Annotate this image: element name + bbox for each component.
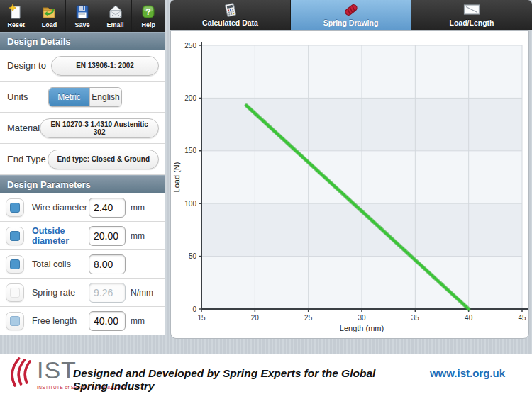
units-metric-button[interactable]: Metric bbox=[49, 88, 89, 106]
svg-text:0: 0 bbox=[192, 305, 196, 313]
free-length-input[interactable] bbox=[89, 311, 126, 331]
outside-diameter-unit: mm bbox=[131, 231, 159, 241]
email-button[interactable]: Email bbox=[99, 0, 132, 32]
tab-bar: Calculated Data Spring Drawing Load/Leng… bbox=[170, 0, 532, 30]
save-label: Save bbox=[74, 21, 89, 28]
svg-text:50: 50 bbox=[189, 252, 197, 260]
load-label: Load bbox=[42, 21, 57, 28]
svg-text:35: 35 bbox=[411, 314, 420, 322]
tab-calculated-data-label: Calculated Data bbox=[202, 18, 258, 27]
email-label: Email bbox=[107, 21, 124, 28]
wire-diameter-checkbox[interactable] bbox=[6, 198, 24, 217]
design-to-row: Design to EN 13906-1: 2002 bbox=[0, 50, 165, 82]
help-label: Help bbox=[141, 21, 155, 28]
reset-page-icon bbox=[8, 4, 25, 21]
ist-logo-arcs-icon bbox=[6, 356, 35, 392]
sidebar: Design Details Design to EN 13906-1: 200… bbox=[0, 32, 165, 335]
svg-text:40: 40 bbox=[465, 314, 473, 322]
total-coils-row: Total coils bbox=[0, 250, 165, 279]
material-button[interactable]: EN 10270-3 1.4310 Austenitic 302 bbox=[40, 118, 159, 138]
wire-diameter-input[interactable] bbox=[89, 198, 126, 218]
save-floppy-icon bbox=[74, 4, 91, 21]
free-length-unit: mm bbox=[131, 316, 159, 326]
end-type-button[interactable]: End type: Closed & Ground bbox=[48, 150, 159, 169]
load-button[interactable]: Load bbox=[33, 0, 66, 32]
total-coils-input[interactable] bbox=[89, 254, 126, 274]
svg-text:250: 250 bbox=[184, 42, 196, 50]
svg-text:25: 25 bbox=[304, 314, 313, 322]
chart-panel: 05010015020025015202530354045Length (mm)… bbox=[170, 30, 529, 339]
spring-icon bbox=[343, 2, 360, 18]
help-button[interactable]: ? Help bbox=[132, 0, 165, 32]
reset-button[interactable]: Reset bbox=[0, 0, 33, 32]
spring-rate-label: Spring rate bbox=[32, 288, 89, 298]
outside-diameter-checkbox[interactable] bbox=[6, 227, 24, 245]
tab-load-length[interactable]: Load/Length bbox=[411, 0, 532, 30]
total-coils-label: Total coils bbox=[32, 259, 89, 269]
email-envelope-icon bbox=[107, 4, 124, 21]
outside-diameter-input[interactable] bbox=[89, 226, 126, 246]
free-length-checkbox[interactable] bbox=[6, 312, 24, 330]
toolbar: Reset Load Save bbox=[0, 0, 165, 32]
material-row: Material EN 10270-3 1.4310 Austenitic 30… bbox=[0, 113, 165, 144]
spring-rate-unit: N/mm bbox=[131, 288, 159, 298]
svg-text:200: 200 bbox=[184, 94, 196, 102]
svg-text:45: 45 bbox=[518, 314, 526, 322]
end-type-label: End Type bbox=[7, 154, 46, 164]
tab-spring-drawing[interactable]: Spring Drawing bbox=[291, 0, 411, 30]
wire-diameter-row: Wire diameter mm bbox=[0, 193, 165, 222]
svg-text:20: 20 bbox=[251, 314, 260, 322]
units-segmented-control: Metric English bbox=[48, 87, 122, 107]
outside-diameter-row: Outside diameter mm bbox=[0, 222, 165, 250]
spring-rate-input bbox=[89, 283, 126, 303]
svg-text:100: 100 bbox=[184, 200, 196, 208]
svg-text:Load (N): Load (N) bbox=[172, 162, 181, 193]
units-label: Units bbox=[7, 91, 28, 102]
design-to-label: Design to bbox=[7, 60, 46, 71]
free-length-row: Free length mm bbox=[0, 307, 165, 335]
svg-text:30: 30 bbox=[358, 314, 366, 322]
spring-rate-row: Spring rate N/mm bbox=[0, 279, 165, 307]
tab-calculated-data[interactable]: Calculated Data bbox=[170, 0, 291, 30]
outside-diameter-link[interactable]: Outside diameter bbox=[32, 226, 89, 246]
svg-text:?: ? bbox=[146, 7, 151, 17]
svg-text:Length (mm): Length (mm) bbox=[340, 324, 384, 332]
tab-spring-drawing-label: Spring Drawing bbox=[323, 18, 379, 27]
ist-logo-text: IST bbox=[37, 356, 77, 383]
tab-load-length-label: Load/Length bbox=[450, 18, 494, 27]
total-coils-checkbox[interactable] bbox=[6, 255, 24, 274]
save-button[interactable]: Save bbox=[66, 0, 99, 32]
spring-rate-checkbox[interactable] bbox=[6, 283, 24, 302]
chart-icon bbox=[463, 2, 480, 18]
design-details-header: Design Details bbox=[0, 32, 165, 50]
ist-website-link[interactable]: www.ist.org.uk bbox=[430, 367, 505, 379]
units-row: Units Metric English bbox=[0, 82, 165, 113]
wire-diameter-label: Wire diameter bbox=[32, 203, 89, 213]
wire-diameter-unit: mm bbox=[131, 203, 159, 213]
svg-text:150: 150 bbox=[184, 147, 196, 154]
material-label: Material bbox=[7, 123, 40, 133]
load-folder-icon bbox=[40, 4, 57, 21]
free-length-label: Free length bbox=[32, 316, 89, 326]
calculator-icon bbox=[223, 2, 238, 18]
footer-tagline: Designed and Developed by Spring Experts… bbox=[73, 367, 406, 393]
reset-label: Reset bbox=[8, 21, 26, 28]
svg-text:15: 15 bbox=[197, 314, 206, 322]
footer: IST INSTITUTE of SPRING TECHNOLOGY Desig… bbox=[0, 354, 532, 399]
units-english-button[interactable]: English bbox=[89, 88, 121, 106]
load-length-chart: 05010015020025015202530354045Length (mm)… bbox=[171, 31, 528, 338]
help-question-icon: ? bbox=[140, 4, 157, 21]
design-parameters-header: Design Parameters bbox=[0, 175, 165, 193]
design-standard-button[interactable]: EN 13906-1: 2002 bbox=[51, 56, 159, 76]
end-type-row: End Type End type: Closed & Ground bbox=[0, 144, 165, 175]
